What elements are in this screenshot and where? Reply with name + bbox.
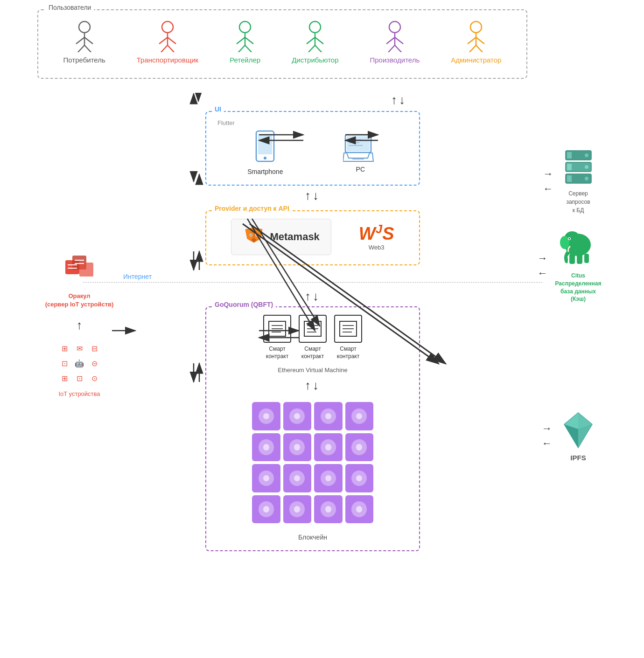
svg-line-8 xyxy=(159,37,168,44)
smart-contract-icon-1 xyxy=(263,315,291,343)
bc-node-2 xyxy=(283,402,312,430)
citus-icon xyxy=(558,229,598,268)
evm-section: Смартконтракт Смартконтракт xyxy=(217,315,408,541)
smart-contracts-row: Смартконтракт Смартконтракт xyxy=(263,315,362,360)
smartphone-icon xyxy=(252,130,278,165)
smart-contract-label-2: Смартконтракт xyxy=(301,346,324,360)
pc-device: PC xyxy=(343,132,378,173)
svg-line-26 xyxy=(386,37,395,44)
admin-icon xyxy=(464,20,488,52)
svg-line-3 xyxy=(84,37,93,44)
svg-line-27 xyxy=(395,37,403,44)
transporter-icon xyxy=(155,20,180,52)
svg-line-4 xyxy=(78,45,84,52)
goquorum-box: GoQuorum (QBFT) Смартконтракт xyxy=(205,306,420,551)
user-consumer: Потребитель xyxy=(63,20,105,64)
pc-label: PC xyxy=(356,166,365,173)
server-label: Сервер запросов к БД xyxy=(566,189,590,215)
provider-box-label: Provider и доступ к API xyxy=(212,205,292,212)
users-section: Пользователи Потребитель xyxy=(37,9,527,79)
svg-rect-95 xyxy=(567,164,572,170)
svg-line-2 xyxy=(76,37,84,44)
svg-line-20 xyxy=(307,37,315,44)
smartphone-label: Smartphone xyxy=(247,168,283,175)
internet-line xyxy=(83,282,542,283)
svg-line-10 xyxy=(161,45,168,52)
manufacturer-icon xyxy=(383,20,407,52)
iot-icons-grid: ⊞ ✉ ⊟ ⊡ 🤖 ⊝ ⊞ ⊡ ⊙ xyxy=(58,342,101,385)
web3-label: Web3 xyxy=(369,244,385,251)
svg-rect-63 xyxy=(258,134,272,154)
svg-point-93 xyxy=(585,153,588,157)
main-content-row: Оракул (сервер IoT устройств) ↑ ⊞ ✉ ⊟ xyxy=(37,111,635,551)
retailer-icon xyxy=(233,20,257,52)
ipfs-label: IPFS xyxy=(570,454,586,462)
svg-point-104 xyxy=(569,238,570,240)
admin-label: Администратор xyxy=(451,56,501,64)
iot-icon-5: 🤖 xyxy=(73,357,86,370)
svg-rect-98 xyxy=(567,175,572,182)
bc-node-16 xyxy=(345,495,374,524)
web3-item: WJS Web3 xyxy=(359,223,394,251)
blockchain-visual xyxy=(247,397,378,528)
svg-line-16 xyxy=(238,45,245,52)
iot-box: ⊞ ✉ ⊟ ⊡ 🤖 ⊝ ⊞ ⊡ ⊙ IoT устройства xyxy=(58,342,101,397)
svg-line-33 xyxy=(476,37,484,44)
svg-point-6 xyxy=(162,21,173,33)
users-to-ui-arrow: ↑↓ xyxy=(163,93,635,107)
ipfs-row: → ← xyxy=(542,410,597,462)
provider-to-goquorum-arrow: ↑↓ xyxy=(305,289,321,304)
distributor-label: Дистрибьютор xyxy=(292,56,338,64)
iot-icon-9: ⊙ xyxy=(88,372,101,385)
transporter-label: Транспортировщик xyxy=(137,56,198,64)
manufacturer-label: Производитель xyxy=(370,56,420,64)
bc-node-15 xyxy=(314,495,343,524)
svg-line-17 xyxy=(245,45,252,52)
svg-line-14 xyxy=(237,37,245,44)
goquorum-box-label: GoQuorum (QBFT) xyxy=(212,301,276,308)
iot-icon-1: ⊞ xyxy=(58,342,71,355)
oracle-icon xyxy=(61,251,98,288)
svg-point-12 xyxy=(239,21,251,33)
server-row: → ← xyxy=(543,148,596,215)
ui-devices: Smartphone xyxy=(217,130,408,175)
retailer-label: Ретейлер xyxy=(230,56,260,64)
oracle-label: Оракул (сервер IoT устройств) xyxy=(45,292,114,309)
svg-rect-66 xyxy=(347,136,370,151)
smart-contract-2: Смартконтракт xyxy=(299,315,327,360)
bc-node-13 xyxy=(252,495,280,524)
smart-contract-3: Смартконтракт xyxy=(334,315,362,360)
arrows-to-ipfs: → ← xyxy=(542,423,552,450)
bc-node-7 xyxy=(314,433,343,462)
smart-contract-icon-2 xyxy=(299,315,327,343)
internet-label: Интернет xyxy=(121,273,504,280)
bc-node-6 xyxy=(283,433,312,462)
bc-node-5 xyxy=(252,433,280,462)
metamask-icon xyxy=(243,226,265,248)
svg-line-11 xyxy=(168,45,174,52)
ipfs-box: IPFS xyxy=(560,410,597,462)
provider-items: Metamask WJS Web3 xyxy=(217,219,408,255)
svg-point-99 xyxy=(585,177,588,180)
provider-box: Provider и доступ к API xyxy=(205,210,420,265)
blockchain-section: Блокчейн xyxy=(247,397,378,541)
svg-line-32 xyxy=(468,37,476,44)
smartphone-device: Smartphone xyxy=(247,130,283,175)
internet-divider: Интернет xyxy=(121,273,504,283)
arrows-to-server: → ← xyxy=(543,168,553,195)
svg-point-0 xyxy=(79,21,90,33)
svg-line-21 xyxy=(315,37,323,44)
bc-node-10 xyxy=(283,464,312,492)
ui-box-label: UI xyxy=(212,105,224,113)
svg-point-77 xyxy=(251,235,252,236)
svg-point-24 xyxy=(389,21,400,33)
svg-line-29 xyxy=(395,45,401,52)
user-admin: Администратор xyxy=(451,20,501,64)
oracle-box: Оракул (сервер IoT устройств) xyxy=(45,251,114,309)
svg-rect-70 xyxy=(352,158,364,159)
evm-to-blockchain-arrow: ↑↓ xyxy=(305,378,321,393)
svg-point-30 xyxy=(470,21,482,33)
svg-line-34 xyxy=(469,45,476,52)
iot-icon-2: ✉ xyxy=(73,342,86,355)
user-manufacturer: Производитель xyxy=(370,20,420,64)
